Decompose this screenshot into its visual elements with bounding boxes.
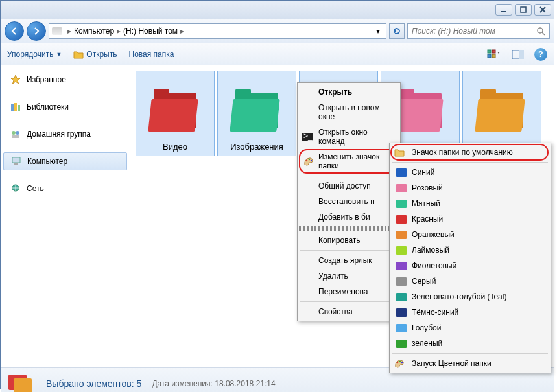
- address-dropdown[interactable]: ▾: [372, 24, 383, 38]
- ctx-color-option[interactable]: Зеленовато-голубой (Teal): [391, 289, 549, 305]
- toolbar: Упорядочить ▼ Открыть Новая папка ?: [1, 43, 554, 65]
- breadcrumb-drive[interactable]: (H:) Новый том: [123, 27, 178, 36]
- sidebar-item-label: Избранное: [27, 75, 66, 84]
- svg-rect-5: [488, 54, 491, 58]
- ctx-restore[interactable]: Восстановить п: [299, 194, 399, 209]
- sidebar-item-favorites[interactable]: Избранное: [1, 71, 130, 89]
- color-swatch-icon: [396, 200, 407, 208]
- svg-point-20: [306, 160, 307, 161]
- svg-rect-10: [14, 103, 17, 111]
- svg-rect-4: [492, 50, 495, 53]
- maximize-button[interactable]: [515, 4, 532, 16]
- menu-tear: [299, 226, 399, 231]
- svg-point-23: [397, 362, 398, 363]
- color-label: Серый: [412, 277, 436, 286]
- ctx-color-option[interactable]: Розовый: [391, 180, 549, 196]
- svg-point-22: [311, 160, 312, 161]
- folder-icon: [150, 93, 200, 134]
- address-bar[interactable]: ▸ Компьютер ▸ (H:) Новый том ▸ ▾: [49, 23, 386, 39]
- sidebar-item-computer[interactable]: Компьютер: [3, 152, 127, 170]
- back-button[interactable]: [5, 21, 24, 41]
- ctx-create-shortcut[interactable]: Создать ярлык: [299, 253, 399, 268]
- ctx-color-option[interactable]: Синий: [391, 165, 549, 180]
- svg-point-25: [401, 362, 403, 363]
- status-selected: Выбрано элементов: 5: [46, 378, 141, 389]
- svg-point-24: [399, 361, 401, 362]
- ctx-rename[interactable]: Переименова: [299, 284, 399, 299]
- ctx-launch-colored-folder[interactable]: Запуск Цветной папки: [391, 356, 549, 371]
- view-options-button[interactable]: [485, 47, 502, 62]
- ctx-default-icon[interactable]: Значок папки по умолчанию: [391, 144, 549, 160]
- svg-rect-15: [12, 157, 20, 163]
- new-folder-button[interactable]: Новая папка: [128, 50, 174, 59]
- folder-item[interactable]: Видео: [136, 71, 215, 156]
- ctx-copy[interactable]: Копировать: [299, 233, 399, 248]
- ctx-delete[interactable]: Удалить: [299, 268, 399, 284]
- ctx-properties[interactable]: Свойства: [299, 304, 399, 319]
- ctx-color-option[interactable]: Красный: [391, 211, 549, 227]
- sidebar-item-homegroup[interactable]: Домашняя группа: [1, 125, 130, 143]
- folder-label: Изображения: [230, 142, 283, 152]
- folder-icon: [73, 50, 84, 59]
- color-label: Зеленовато-голубой (Teal): [412, 292, 506, 301]
- navbar: ▸ Компьютер ▸ (H:) Новый том ▸ ▾: [1, 19, 554, 43]
- sidebar-item-label: Компьютер: [27, 157, 67, 166]
- ctx-open[interactable]: Открыть: [299, 84, 399, 100]
- color-swatch-icon: [396, 215, 407, 224]
- search-icon: [536, 27, 545, 36]
- drive-icon: [52, 27, 62, 35]
- minimize-button[interactable]: [495, 4, 512, 16]
- svg-point-21: [309, 159, 310, 160]
- folder-label: Видео: [163, 142, 187, 152]
- ctx-color-option[interactable]: Мятный: [391, 196, 549, 211]
- libraries-icon: [10, 102, 21, 112]
- color-label: Фиолетовый: [412, 261, 456, 270]
- breadcrumb-computer[interactable]: Компьютер: [74, 27, 114, 36]
- ctx-open-cmd[interactable]: >_ Открыть окно команд: [299, 124, 399, 149]
- folder-item[interactable]: Изображения: [217, 71, 296, 156]
- context-menu: Открыть Открыть в новом окне >_ Открыть …: [297, 82, 401, 321]
- forward-button[interactable]: [27, 21, 46, 41]
- ctx-share[interactable]: Общий доступ▸: [299, 178, 399, 194]
- sidebar-item-label: Сеть: [27, 184, 44, 193]
- ctx-color-option[interactable]: Голубой: [391, 320, 549, 336]
- svg-rect-9: [11, 104, 14, 111]
- ctx-color-option[interactable]: Фиолетовый: [391, 258, 549, 273]
- ctx-color-option[interactable]: Оранжевый: [391, 227, 549, 242]
- ctx-add-library[interactable]: Добавить в би▸: [299, 209, 399, 225]
- svg-text:>_: >_: [303, 133, 313, 141]
- breadcrumb-separator: ▸: [117, 27, 121, 36]
- close-button[interactable]: [534, 4, 551, 16]
- refresh-button[interactable]: [389, 23, 405, 39]
- search-input[interactable]: [412, 27, 536, 36]
- color-swatch-icon: [396, 308, 407, 317]
- breadcrumb-separator: ▸: [67, 27, 71, 36]
- network-icon: [10, 183, 21, 194]
- organize-button[interactable]: Упорядочить ▼: [7, 50, 62, 59]
- ctx-color-option[interactable]: Серый: [391, 273, 549, 289]
- svg-rect-3: [488, 50, 491, 53]
- context-submenu-colors: Значок папки по умолчанию СинийРозовыйМя…: [389, 143, 551, 373]
- star-icon: [10, 75, 21, 85]
- sidebar-item-network[interactable]: Сеть: [1, 179, 130, 198]
- svg-point-13: [16, 131, 19, 135]
- help-button[interactable]: ?: [534, 48, 547, 61]
- search-box[interactable]: [407, 23, 550, 39]
- color-label: Синий: [412, 168, 434, 177]
- ctx-change-folder-icon[interactable]: Изменить значок папки ▸: [299, 149, 399, 174]
- status-date-value: 18.08.2018 21:14: [215, 379, 275, 388]
- ctx-open-new-window[interactable]: Открыть в новом окне: [299, 100, 399, 124]
- sidebar-item-libraries[interactable]: Библиотеки: [1, 98, 130, 116]
- ctx-color-option[interactable]: Лаймовый: [391, 242, 549, 258]
- color-swatch-icon: [396, 231, 407, 239]
- svg-point-2: [538, 28, 543, 33]
- folder-icon: [395, 93, 445, 134]
- ctx-color-option[interactable]: зеленый: [391, 336, 549, 351]
- preview-pane-button[interactable]: [510, 47, 527, 62]
- svg-rect-0: [501, 11, 506, 12]
- open-button[interactable]: Открыть: [73, 50, 117, 59]
- color-swatch-icon: [396, 184, 407, 192]
- palette-icon: [303, 156, 314, 167]
- ctx-color-option[interactable]: Тёмно-синий: [391, 305, 549, 320]
- svg-rect-16: [14, 163, 18, 165]
